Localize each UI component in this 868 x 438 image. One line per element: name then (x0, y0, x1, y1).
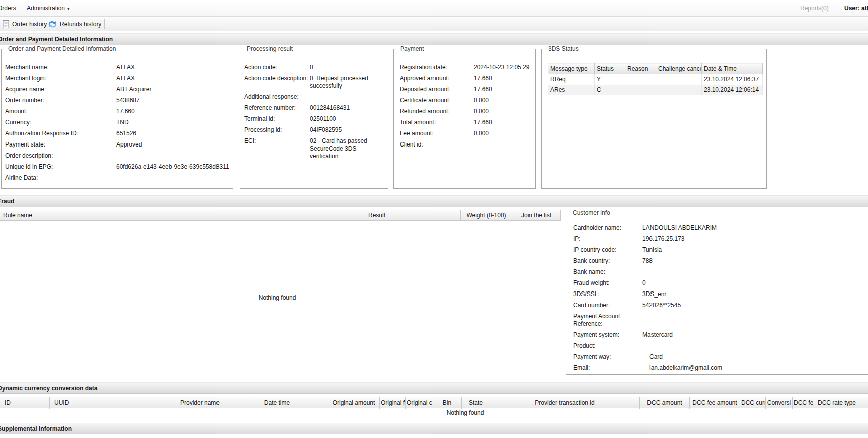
field-payment-account-reference: Payment Account Reference: (573, 313, 868, 328)
field-unique-id-epg: Unique id in EPG:60fd626a-e143-4eeb-9e3e… (5, 163, 230, 171)
toolbar: Order history Refunds history (0, 17, 868, 31)
field-certificate-amount: Certificate amount:0.000 (400, 97, 532, 104)
threeds-col-datetime: Date & Time (702, 63, 763, 74)
field-additional-response: Additional response: (244, 93, 385, 101)
menu-reports[interactable]: Reports(0) (800, 0, 829, 17)
field-fee-amount: Fee amount:0.000 (400, 130, 532, 137)
customer-info-panel: Customer info Cardholder name:LANDOULSI … (566, 213, 868, 375)
field-fraud-weight: Fraud weight:0 (573, 279, 868, 287)
refunds-history-label: Refunds history (60, 21, 101, 28)
menubar-separator (837, 5, 837, 12)
toolbar-separator (104, 19, 105, 29)
order-details-panel: Order and Payment Detailed Information M… (1, 49, 233, 189)
field-payment-system: Payment system:Mastercard (573, 331, 868, 339)
refunds-history-button[interactable]: Refunds history (48, 17, 101, 31)
field-card-number: Card number:542026**2545 (573, 302, 868, 309)
threeds-status-legend: 3DS Status (546, 45, 581, 52)
threeds-status-table: Message type Status Reason Challenge can… (548, 63, 763, 95)
fraud-col-weight: Weight (0-100) (461, 210, 512, 221)
dcc-col-dcc-amount: DCC amount (640, 397, 690, 409)
field-payment-state: Payment state:Approved (5, 141, 230, 149)
dcc-col-bin: Bin (432, 397, 462, 409)
fraud-empty-message: Nothing found (0, 294, 554, 301)
field-deposited-amount: Deposited amount:17.660 (400, 86, 532, 93)
threeds-row: RReq Y 23.10.2024 12:06:37 (548, 74, 763, 85)
dcc-col-state: State (462, 397, 490, 409)
field-ip: IP:196.176.25.173 (573, 235, 868, 243)
payment-panel: Payment Registration date:2024-10-23 12:… (393, 49, 536, 189)
threeds-col-reason: Reason (625, 63, 656, 74)
field-bank-name: Bank name: (573, 268, 868, 276)
field-airline-data: Airline Data: (5, 174, 230, 182)
dcc-col-id: ID (0, 397, 50, 409)
field-email: Email:lan.abdelkarim@gmail.com (573, 364, 868, 372)
section-supplemental-header: Supplemental information (0, 423, 868, 434)
field-client-id: Client id: (400, 141, 532, 149)
fraud-col-result: Result (365, 210, 461, 221)
dcc-col-original-currency: Original c (406, 397, 432, 409)
threeds-row: ARes C 23.10.2024 12:06:14 (548, 85, 763, 95)
menubar: Orders Administration▾ Reports(0) User: … (0, 0, 868, 17)
threeds-status-panel: 3DS Status Message type Status Reason Ch… (541, 49, 767, 189)
fraud-table-header: Rule name Result Weight (0-100) Join the… (0, 210, 561, 221)
field-order-description: Order description: (5, 152, 230, 160)
order-history-button[interactable]: Order history (3, 17, 47, 31)
dcc-col-date-time: Date time (226, 397, 328, 409)
field-refunded-amount: Refunded amount:0.000 (400, 108, 532, 115)
refresh-icon (48, 21, 57, 28)
dcc-col-dcc-fee-amount: DCC fee amount (690, 397, 740, 409)
field-3ds-ssl: 3DS/SSL:3DS_enr (573, 290, 868, 298)
field-reference-number: Reference number:001284168431 (244, 104, 385, 112)
fraud-col-rule-name: Rule name (0, 210, 365, 221)
user-label: User: atlax (844, 0, 868, 17)
field-amount: Amount:17.660 (5, 108, 230, 115)
dcc-col-original-fee: Original f (380, 397, 406, 409)
dcc-col-conversion: Conversi (766, 397, 793, 409)
field-currency: Currency:TND (5, 119, 230, 126)
dcc-col-dcc-rate-type: DCC rate type (813, 397, 868, 409)
field-merchant-name: Merchant name:ATLAX (5, 64, 230, 71)
processing-result-legend: Processing result (244, 45, 295, 52)
dcc-col-dcc-fee: DCC fee (793, 397, 813, 409)
threeds-col-message-type: Message type (548, 63, 595, 74)
field-action-code: Action code:0 (244, 64, 385, 71)
section-dcc-header: Dynamic currency conversion data (0, 382, 868, 394)
order-details-legend: Order and Payment Detailed Information (6, 45, 118, 52)
section-order-payment-header: Order and Payment Detailed Information (0, 33, 868, 45)
field-order-number: Order number:5438687 (5, 97, 230, 104)
field-cardholder-name: Cardholder name:LANDOULSI ABDELKARIM (573, 224, 868, 232)
dcc-col-provider-transaction-id: Provider transaction id (490, 397, 640, 409)
processing-result-panel: Processing result Action code:0 Action c… (240, 49, 388, 189)
field-auth-response-id: Authorization Response ID:651526 (5, 130, 230, 137)
field-ip-country-code: IP country code:Tunisia (573, 246, 868, 254)
fraud-col-join-list: Join the list (512, 210, 561, 221)
field-bank-country: Bank country:788 (573, 257, 868, 265)
dcc-empty-message: Nothing found (0, 409, 868, 416)
menu-administration[interactable]: Administration▾ (27, 0, 70, 17)
order-history-label: Order history (12, 21, 47, 28)
dcc-col-provider-name: Provider name (174, 397, 226, 409)
section-fraud-header: Fraud (0, 195, 868, 207)
field-processing-id: Processing id:04IF082595 (244, 126, 385, 134)
field-acquirer-name: Acquirer name:ABT Acquirer (5, 86, 230, 93)
field-payment-way: Payment way:Card (573, 353, 868, 361)
field-registration-date: Registration date:2024-10-23 12:05:29 (400, 64, 532, 71)
menubar-separator (793, 5, 793, 12)
field-approved-amount: Approved amount:17.660 (400, 75, 532, 82)
document-icon (3, 20, 9, 28)
menu-administration-label: Administration (27, 5, 65, 12)
threeds-col-status: Status (595, 63, 625, 74)
field-merchant-login: Merchant login:ATLAX (5, 75, 230, 82)
threeds-col-challenge-cancel: Challenge cancel (656, 63, 702, 74)
dcc-col-dcc-currency: DCC curr (740, 397, 766, 409)
field-eci: ECI:02 - Card has passed SecureCode 3DS … (244, 137, 385, 160)
field-product: Product: (573, 342, 868, 350)
dcc-col-uuid: UUID (50, 397, 174, 409)
menu-orders[interactable]: Orders (0, 0, 16, 17)
payment-legend: Payment (398, 45, 426, 52)
field-action-code-description: Action code description:0: Request proce… (244, 75, 385, 90)
field-terminal-id: Terminal id:02501100 (244, 115, 385, 123)
chevron-down-icon: ▾ (67, 6, 70, 11)
dcc-table-header: ID UUID Provider name Date time Original… (0, 397, 868, 408)
customer-info-legend: Customer info (570, 209, 613, 216)
